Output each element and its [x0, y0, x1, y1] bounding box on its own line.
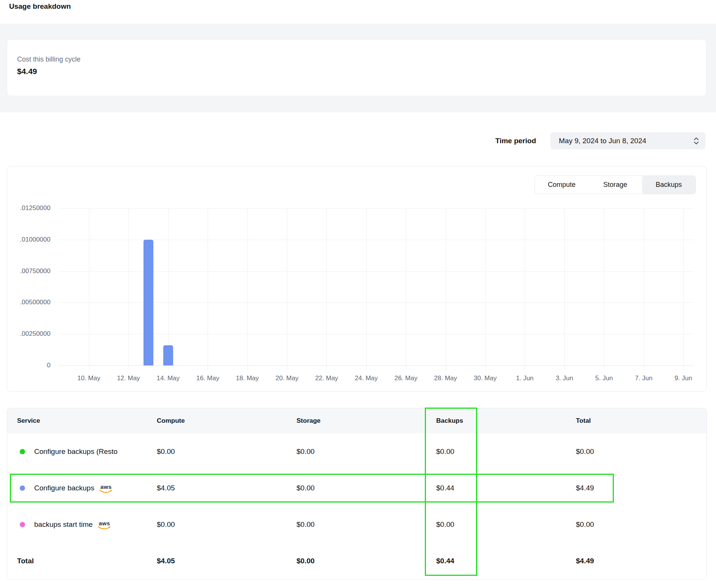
v-gridline [89, 208, 89, 370]
total-storage: $0.00 [296, 557, 436, 565]
storage-cell: $0.00 [296, 484, 436, 492]
total-total: $4.49 [576, 557, 707, 565]
h-gridline [58, 334, 694, 334]
y-axis-label: .01000000 [7, 236, 50, 243]
tab-backups[interactable]: Backups [642, 176, 695, 194]
v-gridline [683, 208, 684, 370]
chart-bar[interactable] [163, 345, 173, 365]
x-axis-label: 16. May [196, 375, 219, 382]
compute-cell: $0.00 [157, 520, 296, 529]
table-row: Configure backups aws $4.05 $0.00 $0.44 … [7, 470, 707, 506]
h-gridline [58, 271, 694, 272]
h-gridline [58, 208, 694, 209]
backups-cell: $0.00 [436, 520, 576, 529]
x-axis-label: 26. May [394, 375, 417, 382]
compute-cell: $0.00 [157, 447, 296, 456]
chart-tabs: ComputeStorageBackups [535, 175, 696, 194]
column-header-total: Total [576, 417, 707, 425]
chevron-updown-icon [693, 137, 699, 145]
x-axis-label: 24. May [355, 375, 378, 382]
chart-bar[interactable] [144, 240, 153, 365]
v-gridline [366, 208, 367, 370]
aws-smile-icon [98, 526, 111, 530]
total-label: Total [7, 557, 157, 565]
table-body: Configure backups (Resto $0.00 $0.00 $0.… [7, 433, 707, 543]
service-name: Configure backups [34, 484, 94, 492]
h-gridline [58, 302, 694, 303]
x-axis-label: 12. May [117, 375, 140, 382]
y-axis-label: .00250000 [7, 330, 50, 338]
h-gridline [58, 240, 694, 240]
x-axis-label: 30. May [474, 375, 497, 382]
aws-smile-icon [99, 490, 112, 493]
x-axis-label: 20. May [276, 375, 298, 382]
aws-logo: aws [98, 520, 111, 530]
total-cell: $0.00 [576, 520, 707, 529]
v-gridline [446, 208, 446, 370]
aws-logo-text: aws [99, 520, 110, 526]
h-gridline [58, 365, 694, 366]
table-header: Service Compute Storage Backups Total [7, 408, 707, 433]
aws-logo: aws [99, 484, 112, 493]
backups-cell: $0.00 [436, 447, 576, 456]
tab-compute[interactable]: Compute [535, 176, 588, 194]
v-gridline [128, 208, 129, 370]
v-gridline [604, 208, 604, 370]
aws-logo-text: aws [101, 484, 112, 490]
v-gridline [248, 208, 248, 370]
y-axis-label: .01250000 [7, 204, 50, 212]
x-axis-label: 22. May [315, 375, 338, 382]
column-header-service: Service [7, 417, 157, 425]
cost-value: $4.49 [17, 67, 706, 76]
column-header-backups: Backups [436, 417, 576, 425]
usage-table: Service Compute Storage Backups Total Co… [7, 408, 707, 580]
usage-breakdown-page: Usage breakdown Cost this billing cycle … [0, 0, 716, 588]
y-axis-label: .00500000 [7, 299, 50, 306]
y-axis-label: .00750000 [7, 267, 50, 275]
column-header-storage: Storage [296, 417, 436, 425]
time-period-select[interactable]: May 9, 2024 to Jun 8, 2024 [550, 132, 705, 149]
service-name: Configure backups (Resto [34, 447, 118, 456]
total-cell: $0.00 [576, 447, 707, 456]
time-period-row: Time period May 9, 2024 to Jun 8, 2024 [495, 132, 705, 149]
v-gridline [208, 208, 208, 370]
cost-label: Cost this billing cycle [17, 55, 706, 63]
x-axis-label: 7. Jun [635, 375, 652, 382]
table-row: Configure backups (Resto $0.00 $0.00 $0.… [7, 433, 707, 470]
v-gridline [287, 208, 287, 370]
x-axis-label: 10. May [77, 375, 100, 382]
service-cell: Configure backups (Resto [7, 447, 157, 456]
cost-card: Cost this billing cycle $4.49 [7, 39, 707, 96]
column-header-compute: Compute [157, 417, 296, 425]
x-axis-label: 9. Jun [675, 375, 692, 382]
total-backups: $0.44 [436, 557, 576, 565]
tab-storage[interactable]: Storage [588, 176, 642, 194]
v-gridline [406, 208, 406, 370]
backups-cell: $0.44 [436, 484, 576, 492]
service-cell: backups start time aws [7, 520, 157, 530]
x-axis-label: 14. May [157, 375, 180, 382]
table-row: backups start time aws $0.00 $0.00 $0.00… [7, 506, 707, 543]
x-axis-label: 5. Jun [595, 375, 613, 382]
total-compute: $4.05 [157, 557, 296, 565]
x-axis-label: 1. Jun [516, 375, 533, 382]
page-title: Usage breakdown [9, 2, 71, 11]
service-name: backups start time [34, 520, 93, 529]
y-axis-label: 0 [7, 362, 50, 369]
v-gridline [525, 208, 525, 370]
v-gridline [485, 208, 486, 370]
service-color-dot [20, 485, 25, 491]
x-axis-label: 3. Jun [556, 375, 573, 382]
compute-cell: $4.05 [157, 484, 296, 492]
billing-summary-band: Cost this billing cycle $4.49 [0, 24, 716, 112]
v-gridline [644, 208, 644, 370]
v-gridline [326, 208, 327, 370]
chart-card: 10. May12. May14. May16. May18. May20. M… [7, 166, 707, 392]
service-cell: Configure backups aws [7, 483, 157, 493]
x-axis-label: 18. May [236, 375, 259, 382]
service-color-dot [20, 522, 25, 527]
storage-cell: $0.00 [296, 520, 436, 529]
total-row: Total $4.05 $0.00 $0.44 $4.49 [7, 543, 707, 579]
time-period-label: Time period [495, 137, 536, 145]
service-color-dot [20, 449, 25, 454]
